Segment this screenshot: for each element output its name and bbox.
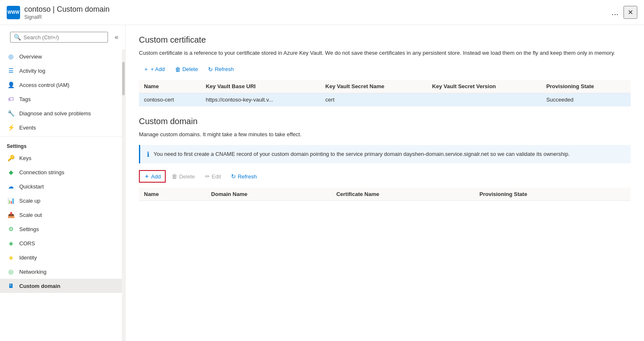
sidebar-item-custom-domain[interactable]: 🖥 Custom domain [0, 279, 122, 293]
sidebar-item-label: Events [19, 125, 36, 131]
edit-icon: ✏ [205, 173, 210, 180]
domain-col-domain-name: Domain Name [206, 188, 331, 201]
cert-section-desc: Custom certificate is a reference to you… [139, 49, 631, 57]
sidebar-item-connection-strings[interactable]: ◆ Connection strings [0, 165, 122, 179]
cert-row-state: Succeeded [541, 93, 631, 106]
sidebar-item-label: Tags [19, 96, 31, 102]
search-icon: 🔍 [14, 34, 21, 41]
app-icon: WWW [7, 6, 20, 19]
sidebar-item-tags[interactable]: 🏷 Tags [0, 92, 122, 106]
diagnose-icon: 🔧 [7, 109, 15, 117]
overview-icon: ◎ [7, 52, 15, 61]
cert-row-secret-name: cert [321, 93, 427, 106]
add-icon: ＋ [143, 66, 149, 73]
title-bar: WWW contoso | Custom domain SignalR ... … [0, 0, 644, 25]
main-layout: 🔍 « ◎ Overview ☰ Activity log 👤 Access c… [0, 25, 644, 341]
cors-icon: ◈ [7, 239, 15, 247]
sidebar-item-keys[interactable]: 🔑 Keys [0, 151, 122, 165]
cert-table: Name Key Vault Base URI Key Vault Secret… [139, 80, 631, 107]
add-icon: ＋ [144, 173, 149, 180]
info-box-text: You need to first create a CNAME record … [154, 150, 570, 158]
sidebar-item-identity[interactable]: ◈ Identity [0, 250, 122, 265]
content-area: Custom certificate Custom certificate is… [126, 25, 644, 341]
domain-table: Name Domain Name Certificate Name Provis… [139, 188, 631, 201]
sidebar-item-label: Identity [19, 254, 37, 261]
domain-section-desc: Manage custom domains. It might take a f… [139, 130, 631, 139]
sidebar-item-label: Access control (IAM) [19, 82, 69, 88]
scale-out-icon: 📤 [7, 211, 15, 219]
sidebar-item-overview[interactable]: ◎ Overview [0, 49, 122, 64]
networking-icon: ◎ [7, 267, 15, 276]
domain-refresh-button[interactable]: ↻ Refresh [227, 171, 261, 181]
scrollbar-thumb [122, 62, 125, 95]
sidebar-item-quickstart[interactable]: ☁ Quickstart [0, 179, 122, 193]
cert-col-uri: Key Vault Base URI [201, 80, 321, 93]
sidebar-search-box[interactable]: 🔍 [10, 32, 108, 43]
keys-icon: 🔑 [7, 154, 15, 162]
sidebar-item-label: CORS [19, 240, 35, 247]
search-input[interactable] [23, 34, 104, 41]
sidebar-item-cors[interactable]: ◈ CORS [0, 236, 122, 250]
sidebar-item-activity-log[interactable]: ☰ Activity log [0, 64, 122, 78]
identity-icon: ◈ [7, 253, 15, 262]
settings-icon: ⚙ [7, 225, 15, 233]
domain-add-button[interactable]: ＋ Add [139, 170, 166, 183]
connection-strings-icon: ◆ [7, 168, 15, 176]
more-options-button[interactable]: ... [611, 8, 618, 17]
cert-add-button[interactable]: ＋ + Add [139, 64, 169, 75]
cert-row-secret-version [427, 93, 541, 106]
domain-col-cert-name: Certificate Name [331, 188, 475, 201]
sidebar-scrollbar[interactable] [122, 49, 125, 341]
sidebar-item-label: Custom domain [19, 283, 60, 289]
sidebar-item-settings[interactable]: ⚙ Settings [0, 222, 122, 236]
cert-col-secret-name: Key Vault Secret Name [321, 80, 427, 93]
cert-section-title: Custom certificate [139, 35, 631, 45]
cert-col-state: Provisioning State [541, 80, 631, 93]
cert-col-name: Name [139, 80, 201, 93]
quickstart-icon: ☁ [7, 182, 15, 191]
sidebar-item-label: Scale out [19, 212, 42, 218]
sidebar-item-diagnose[interactable]: 🔧 Diagnose and solve problems [0, 106, 122, 120]
page-subtitle: SignalR [24, 14, 42, 20]
sidebar-item-access-control[interactable]: 👤 Access control (IAM) [0, 78, 122, 92]
tags-icon: 🏷 [7, 95, 15, 103]
delete-icon: 🗑 [172, 173, 177, 180]
domain-section-title: Custom domain [139, 117, 631, 126]
cert-row-uri: https://contoso-key-vault.v... [201, 93, 321, 106]
title-bar-text: contoso | Custom domain SignalR [24, 5, 606, 20]
sidebar-scroll: ◎ Overview ☰ Activity log 👤 Access contr… [0, 49, 122, 341]
info-icon: ℹ [147, 150, 149, 158]
cert-row-name: contoso-cert [139, 93, 201, 106]
sidebar-item-events[interactable]: ⚡ Events [0, 120, 122, 135]
sidebar-item-label: Overview [19, 53, 42, 60]
domain-col-name: Name [139, 188, 206, 201]
cert-refresh-button[interactable]: ↻ Refresh [204, 64, 238, 74]
sidebar-item-label: Settings [19, 226, 39, 232]
refresh-icon: ↻ [231, 173, 236, 180]
custom-domain-icon: 🖥 [7, 282, 15, 290]
cert-toolbar: ＋ + Add 🗑 Delete ↻ Refresh [139, 64, 631, 75]
events-icon: ⚡ [7, 123, 15, 132]
cert-table-row[interactable]: contoso-cert https://contoso-key-vault.v… [139, 93, 631, 106]
sidebar-item-networking[interactable]: ◎ Networking [0, 265, 122, 279]
page-title: contoso | Custom domain [24, 5, 110, 13]
sidebar-item-label: Networking [19, 269, 46, 275]
sidebar-item-scale-up[interactable]: 📊 Scale up [0, 193, 122, 208]
sidebar-item-label: Keys [19, 155, 31, 161]
sidebar-item-scale-out[interactable]: 📤 Scale out [0, 208, 122, 222]
domain-toolbar: ＋ Add 🗑 Delete ✏ Edit ↻ Refresh [139, 170, 631, 183]
settings-section-header: Settings [0, 138, 122, 151]
domain-info-box: ℹ You need to first create a CNAME recor… [139, 145, 631, 163]
sidebar-item-label: Scale up [19, 198, 41, 204]
scale-up-icon: 📊 [7, 196, 15, 205]
domain-delete-button[interactable]: 🗑 Delete [167, 171, 199, 181]
sidebar: 🔍 « ◎ Overview ☰ Activity log 👤 Access c… [0, 25, 126, 341]
sidebar-item-label: Connection strings [19, 169, 64, 176]
sidebar-item-label: Diagnose and solve problems [19, 110, 91, 117]
domain-edit-button[interactable]: ✏ Edit [201, 171, 225, 181]
cert-col-secret-version: Key Vault Secret Version [427, 80, 541, 93]
close-button[interactable]: ✕ [623, 6, 637, 19]
delete-icon: 🗑 [175, 66, 181, 73]
collapse-sidebar-button[interactable]: « [113, 32, 120, 43]
cert-delete-button[interactable]: 🗑 Delete [171, 64, 203, 74]
